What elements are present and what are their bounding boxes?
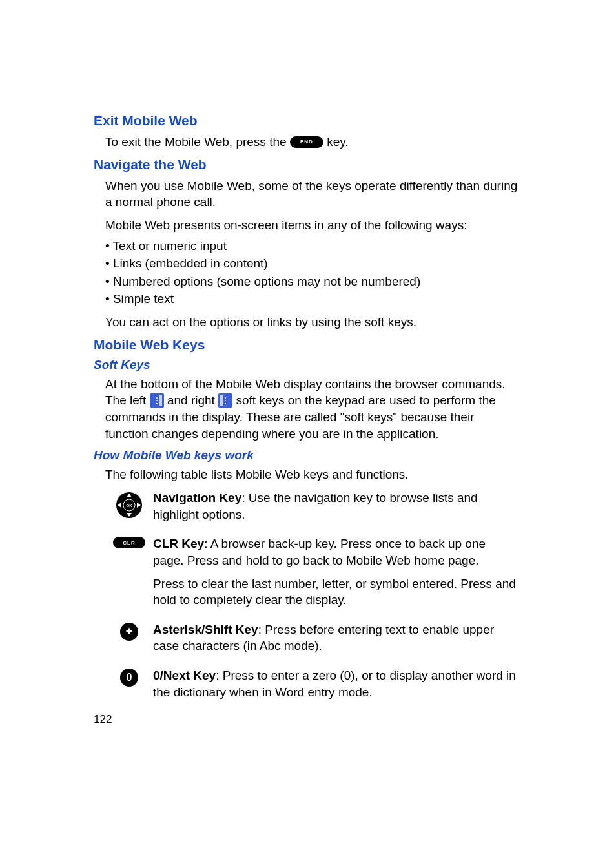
navigation-key-icon: OK (105, 490, 153, 522)
end-key-icon (290, 136, 323, 148)
heading-navigate-web: Navigate the Web (94, 157, 519, 172)
paragraph: You can act on the options or links by u… (94, 314, 519, 331)
text: Press to clear the last number, letter, … (153, 576, 519, 608)
text: To exit the Mobile Web, press the (105, 135, 290, 149)
key-label: Navigation Key (153, 491, 241, 504)
key-description: 0/Next Key: Press to enter a zero (0), o… (153, 667, 519, 707)
paragraph-exit: To exit the Mobile Web, press the key. (94, 134, 519, 151)
list-item: • Numbered options (some options may not… (105, 273, 519, 290)
key-description: Navigation Key: Use the navigation key t… (153, 490, 519, 529)
list-item: • Simple text (105, 291, 519, 307)
clr-key-icon (105, 535, 153, 551)
table-row: Asterisk/Shift Key: Press before enterin… (105, 621, 519, 661)
text: key. (323, 135, 349, 149)
asterisk-key-icon (105, 621, 153, 643)
subheading-soft-keys: Soft Keys (94, 358, 519, 372)
paragraph: The following table lists Mobile Web key… (94, 466, 519, 483)
key-label: Asterisk/Shift Key (153, 623, 258, 636)
paragraph: Mobile Web presents on-screen items in a… (94, 217, 519, 234)
svg-text:OK: OK (127, 504, 133, 508)
zero-key-icon (105, 667, 153, 689)
left-softkey-icon (150, 393, 164, 408)
table-row: CLR Key: A browser back-up key. Press on… (105, 535, 519, 615)
paragraph: When you use Mobile Web, some of the key… (94, 178, 519, 211)
right-softkey-icon (218, 393, 232, 408)
key-function-table: OK Navigation Key: Use the navigation ke… (94, 490, 519, 707)
document-page: Exit Mobile Web To exit the Mobile Web, … (0, 0, 616, 852)
key-description: CLR Key: A browser back-up key. Press on… (153, 535, 519, 615)
key-label: CLR Key (153, 537, 204, 550)
subheading-how-keys-work: How Mobile Web keys work (94, 448, 519, 462)
list-item: • Links (embedded in content) (105, 255, 519, 272)
table-row: 0/Next Key: Press to enter a zero (0), o… (105, 667, 519, 707)
heading-exit-mobile-web: Exit Mobile Web (94, 113, 519, 129)
heading-mobile-web-keys: Mobile Web Keys (94, 337, 519, 353)
page-number: 122 (94, 713, 112, 726)
paragraph-soft-keys: At the bottom of the Mobile Web display … (94, 376, 519, 442)
key-description: Asterisk/Shift Key: Press before enterin… (153, 621, 519, 661)
table-row: OK Navigation Key: Use the navigation ke… (105, 490, 519, 529)
text: and right (164, 393, 219, 407)
list-item: • Text or numeric input (105, 238, 519, 255)
key-label: 0/Next Key (153, 669, 216, 682)
bullet-list: • Text or numeric input • Links (embedde… (94, 238, 519, 308)
